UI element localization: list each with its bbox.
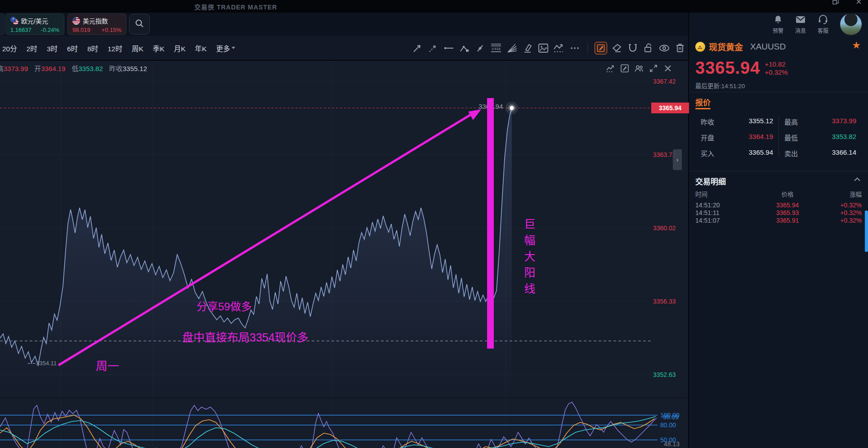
usd-flag-icon [72,17,80,25]
trading-app: 交易侠 TRADER MASTER 欧元/美元 1.16637 -0.24% [0,0,868,448]
app-title: 交易侠 TRADER MASTER [194,2,277,11]
level-label-overlap: 98.09 [663,413,679,421]
restore-window-icon[interactable] [832,0,839,5]
horizontal-ray-tool[interactable] [443,42,455,54]
more-tools-ellipsis[interactable] [569,42,581,54]
price-chart-svg [0,61,689,398]
axis-label-4: 3356.33 [653,298,676,305]
timeframe-more-dropdown[interactable]: 更多 [215,42,237,54]
timeframe-year[interactable]: 年K [194,42,208,54]
quote-value: 3373.99 [832,117,856,126]
big-candle-bar-annotation[interactable] [487,98,494,349]
eraser-tool[interactable] [611,42,623,54]
edit-chart-icon[interactable] [620,63,630,73]
quote-row: 最高3373.99 [784,117,856,126]
insert-image-tool[interactable] [537,42,549,54]
nav-messages[interactable]: 消息 [795,14,806,34]
eurusd-flag-icon [10,17,18,25]
annotation-share-text[interactable]: 分享59做多 [197,298,252,314]
level-label-80: 80.00 [660,421,676,429]
brush-tool[interactable] [474,42,486,54]
ohlc-open: 3364.19 [41,65,65,72]
top-nav: 预警 消息 客服 [773,13,862,35]
close-window-icon[interactable] [856,0,862,5]
user-avatar[interactable] [840,13,862,35]
trades-section-title: 交易明细 [695,175,726,187]
oscillator-current-value: 48.13 [664,440,680,448]
dashed-arrow-tool[interactable] [427,42,439,54]
annotation-monday-text[interactable]: 周一 [96,357,119,373]
ticker-value: 1.16637 [10,27,31,33]
trade-row: 14:51:11 3365.93 +0.32% [695,209,862,216]
quote-row: 开盘3364.19 [701,133,773,142]
trend-line-tool[interactable] [412,42,423,54]
ticker-card-dxy[interactable]: 美元指数 98.019 +0.15% [67,13,126,35]
favorite-star-icon[interactable]: ★ [852,40,861,51]
timeframe-month[interactable]: 月K [173,42,187,54]
timeframe-12h[interactable]: 12时 [106,42,124,54]
last-updated: 最后更新:14:51:20 [695,81,745,90]
axis-label-5: 3352.63 [653,371,676,378]
timeframe-3h[interactable]: 3时 [45,42,59,54]
scrollbar-thumb[interactable] [865,211,868,252]
timeframe-8h[interactable]: 8时 [86,42,99,54]
annotation-entry-text[interactable]: 盘中直接布局3354现价多 [182,328,309,345]
nav-alerts[interactable]: 预警 [773,14,783,34]
low-marker-leader [28,363,35,364]
panel-collapse-tab[interactable]: › [673,149,682,170]
timeframe-2h[interactable]: 2时 [25,42,39,54]
bell-icon [773,14,783,26]
ticker-change: +0.15% [102,27,121,33]
quote-value: 3365.94 [749,148,773,158]
quote-row: 昨收3355.12 [701,117,773,126]
main-chart[interactable]: 高3373.99开3364.19低3353.82昨收3355.12 3365.9… [0,61,689,398]
collapse-trades-icon[interactable] [854,175,861,183]
fullscreen-icon[interactable] [649,63,658,73]
instrument-header: 现货黄金 XAUUSD [695,40,786,53]
collaboration-icon[interactable] [634,63,644,73]
magnet-tool[interactable] [627,42,639,54]
timeframe-week[interactable]: 周K [130,42,145,54]
section-divider [689,92,868,92]
delete-trash-tool[interactable] [674,42,686,54]
instrument-code: XAUUSD [750,42,786,52]
titlebar: 交易侠 TRADER MASTER [0,0,868,13]
ticker-card-eurusd[interactable]: 欧元/美元 1.16637 -0.24% [5,13,64,35]
polyline-tool[interactable] [459,42,470,54]
quote-value: 3353.82 [832,133,856,142]
indicator-settings-icon[interactable] [605,63,615,73]
ticker-name: 欧元/美元 [21,16,48,25]
change-absolute: +10.82 [765,60,787,68]
ticker-card-partial[interactable] [0,13,4,35]
timeframe-quarter[interactable]: 季K [152,42,166,54]
search-button[interactable] [129,14,150,35]
change-percent: +0.32% [765,68,787,76]
toolbar-divider [587,43,588,53]
timeframe-6h[interactable]: 6时 [66,42,79,54]
highlighter-tool[interactable] [522,42,533,54]
annotation-big-candle-text[interactable]: 巨幅大阳线 [521,218,537,299]
ohlc-low: 3353.82 [79,65,103,72]
annotation-edit-button[interactable] [595,42,607,54]
visibility-eye-tool[interactable] [658,42,670,54]
curve-line-tool[interactable] [553,42,565,54]
headset-icon [818,14,828,26]
quote-section-title: 报价 [695,96,711,108]
trades-header: 时间 价格 涨幅 [695,189,862,198]
low-price-marker: 3354.11 [36,360,57,367]
nav-support[interactable]: 客服 [818,14,828,34]
ticker-value: 98.019 [72,27,90,33]
last-price: 3365.94 [695,58,760,78]
gold-coin-icon [695,42,705,52]
axis-label-1: 3367.42 [653,78,676,85]
fan-lines-tool[interactable] [506,42,518,54]
oscillator-svg [0,398,689,448]
last-price-dot [510,106,514,110]
unlock-tool[interactable] [643,42,654,54]
quote-grid: 昨收3355.12 开盘3364.19 买入3365.94 最高3373.99 … [695,117,862,158]
timeframe-20m[interactable]: 20分 [1,42,18,54]
chart-toolbar: 20分 2时 3时 6时 8时 12时 周K 季K 月K 年K 更多 [0,36,689,61]
fib-retracement-tool[interactable]: 0.618 [490,42,502,54]
close-chart-icon[interactable] [663,63,673,73]
oscillator-panel[interactable]: 100.00 98.09 80.00 50.00 48.13 [0,398,689,448]
